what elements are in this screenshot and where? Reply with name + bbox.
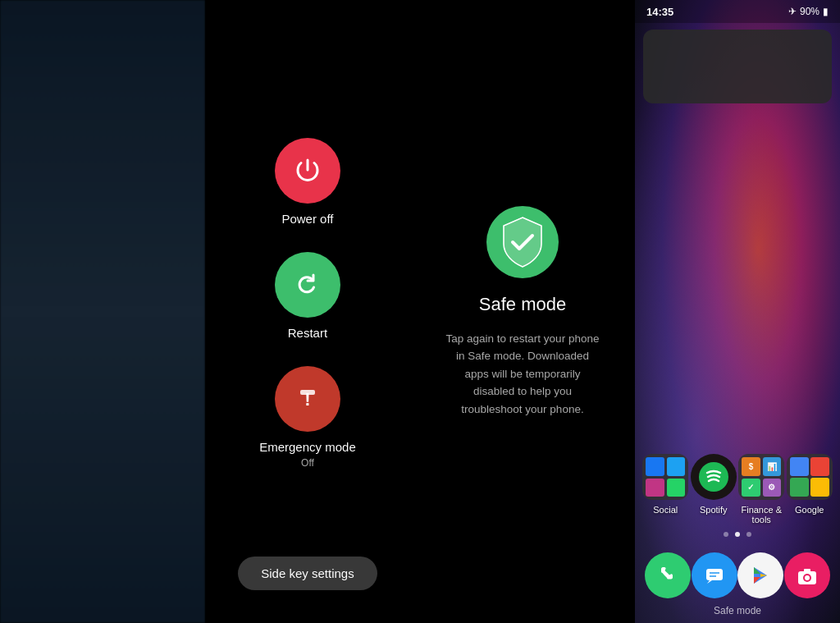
safemode-description: Tap again to restart your phone in Safe …: [443, 330, 602, 419]
power-icon: [292, 155, 323, 186]
power-off-icon-circle: [275, 138, 340, 204]
social-label: Social: [653, 505, 678, 515]
phone-icon-box: [645, 552, 691, 598]
dock-play-store[interactable]: [737, 552, 783, 598]
camera-icon-box: [784, 552, 830, 598]
airplane-icon: ✈: [788, 6, 797, 17]
restart-icon-circle: [275, 252, 340, 318]
restart-label: Restart: [288, 326, 327, 340]
google-label: Google: [795, 505, 824, 515]
battery-icon: ▮: [823, 6, 829, 17]
camera-icon: [796, 564, 819, 587]
phone-icon: [656, 564, 679, 587]
finance-folder-icon: $ 📊 ✓ ⚙: [738, 454, 784, 500]
app-spotify[interactable]: Spotify: [690, 454, 737, 525]
emergency-mode-button[interactable]: ! Emergency mode Off: [259, 366, 356, 469]
emergency-icon-circle: !: [275, 366, 340, 432]
safemode-panel[interactable]: Safe mode Tap again to restart your phon…: [410, 0, 635, 623]
battery-percentage: 90%: [800, 6, 819, 17]
notification-widget: [643, 30, 832, 103]
svg-rect-4: [706, 569, 723, 580]
spotify-icon: [699, 462, 728, 492]
power-off-label: Power off: [281, 212, 333, 226]
spotify-icon-box: [691, 454, 737, 500]
shield-check-icon: [486, 205, 559, 279]
side-key-settings-button[interactable]: Side key settings: [238, 557, 377, 590]
app-google[interactable]: Google: [785, 454, 833, 525]
dock-messages[interactable]: [692, 552, 737, 598]
messages-icon-box: [692, 552, 737, 598]
dock-camera[interactable]: [784, 552, 830, 598]
dot-3: [746, 532, 751, 537]
power-buttons-container: Power off Restart ! Emergency mode Off: [259, 49, 356, 557]
svg-point-3: [699, 462, 728, 492]
finance-label: Finance & tools: [737, 505, 785, 525]
emergency-sublabel: Off: [301, 457, 314, 469]
svg-marker-8: [754, 567, 760, 574]
restart-button[interactable]: Restart: [275, 252, 340, 340]
emergency-label: Emergency mode: [259, 440, 356, 454]
app-social[interactable]: Social: [641, 454, 689, 525]
finance-icon-box: $ 📊 ✓ ⚙: [738, 454, 784, 500]
svg-rect-1: [300, 390, 315, 395]
power-menu-panel: Power off Restart ! Emergency mode Off: [205, 0, 410, 623]
phone-screen: 14:35 ✈ 90% ▮ Social: [635, 0, 840, 623]
safemode-title: Safe mode: [479, 294, 566, 315]
emergency-icon: !: [292, 383, 323, 415]
settings-panel: [0, 0, 205, 623]
svg-point-13: [805, 575, 810, 580]
app-finance[interactable]: $ 📊 ✓ ⚙ Finance & tools: [737, 454, 785, 525]
spotify-label: Spotify: [700, 505, 728, 515]
app-dock: [635, 552, 840, 598]
app-grid: Social Spotify $ 📊 ✓ ⚙: [635, 454, 840, 525]
google-icon-box: [787, 454, 833, 500]
svg-marker-9: [754, 577, 760, 584]
play-store-icon-box: [737, 552, 783, 598]
restart-icon: [292, 269, 323, 300]
svg-rect-14: [804, 569, 810, 572]
page-indicators: [635, 532, 840, 537]
social-icon-box: [642, 454, 688, 500]
status-bar: 14:35 ✈ 90% ▮: [635, 0, 840, 23]
dock-phone[interactable]: [645, 552, 691, 598]
dot-1: [724, 532, 728, 537]
status-time: 14:35: [646, 6, 673, 18]
dot-2: [735, 532, 740, 537]
social-folder-icon: [642, 454, 688, 500]
safemode-bottom-label: Safe mode: [635, 605, 840, 616]
google-folder-icon: [787, 454, 833, 500]
messages-icon: [703, 564, 726, 587]
power-off-button[interactable]: Power off: [275, 138, 340, 226]
status-icons: ✈ 90% ▮: [788, 6, 829, 17]
play-store-icon: [748, 563, 773, 588]
